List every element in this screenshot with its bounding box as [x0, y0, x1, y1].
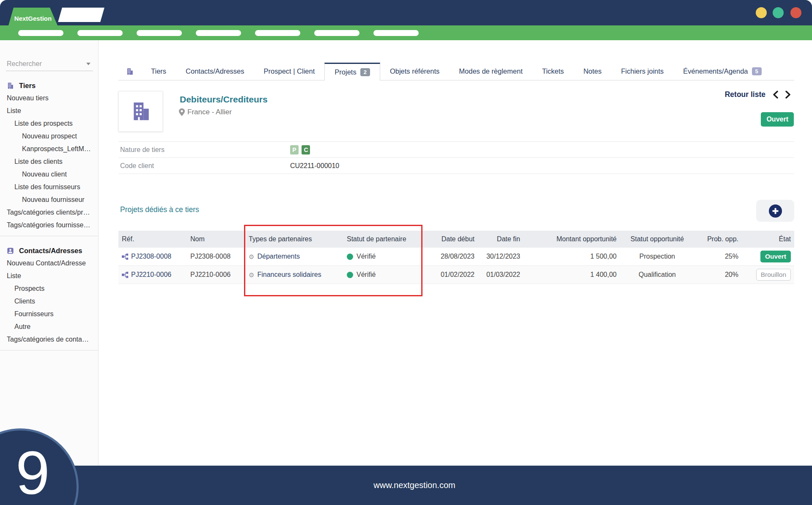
sidebar-item[interactable]: Autre [0, 320, 98, 333]
app-window: NextGestion Tier [0, 0, 812, 505]
column-header[interactable]: Nom [190, 235, 249, 243]
sidebar-item[interactable]: Liste des prospects [0, 117, 98, 130]
tab-bar: Tiers Contacts/Adresses Prospect | Clien… [118, 63, 794, 80]
chevron-left-icon [773, 91, 778, 99]
nature-badge-prospect[interactable]: P [290, 145, 299, 155]
opportunity-amount: 1 500,00 [524, 253, 621, 260]
tab-fichiers-joints[interactable]: Fichiers joints [611, 63, 673, 80]
plus-icon [769, 204, 782, 218]
table-row: PJ2210-0006 PJ2210-0006 ⚙ Financeurs sol… [118, 266, 794, 284]
window-dot-yellow-icon[interactable] [756, 7, 767, 18]
sidebar-divider [0, 350, 98, 350]
column-header[interactable]: Montant opportunité [524, 235, 621, 243]
column-header[interactable]: État [744, 235, 794, 243]
sidebar-section-tiers[interactable]: Tiers [0, 79, 98, 92]
sidebar-section-title: Contacts/Adresses [19, 247, 82, 255]
sidebar-item[interactable]: Kanprospects_LeftM… [0, 143, 98, 155]
sidebar-item[interactable]: Liste des clients [0, 155, 98, 168]
tab-tiers[interactable]: Tiers [141, 63, 176, 80]
sidebar-item[interactable]: Liste des fournisseurs [0, 181, 98, 193]
footer-bar: www.nextgestion.com [0, 466, 812, 505]
sidebar-item[interactable]: Liste [0, 105, 98, 117]
sidebar-item[interactable]: Tags/catégories de conta… [0, 333, 98, 346]
tab-thirdparty-icon[interactable] [118, 63, 141, 80]
tab-tickets[interactable]: Tickets [532, 63, 574, 80]
building-icon [130, 101, 151, 122]
search-input[interactable] [6, 60, 84, 68]
nav-pill[interactable] [77, 30, 123, 36]
company-location: France - Allier [179, 108, 232, 116]
tab-objets-referents[interactable]: Objets référents [380, 63, 449, 80]
partner-type-link[interactable]: Départements [257, 253, 300, 260]
nav-pill[interactable] [314, 30, 359, 36]
nav-pill[interactable] [18, 30, 63, 36]
page-number: 9 [16, 442, 50, 504]
sidebar-item[interactable]: Prospects [0, 282, 98, 295]
field-value-nature: P C [290, 145, 311, 155]
sidebar-item[interactable]: Tags/catégories fournisse… [0, 219, 98, 232]
tab-evenements-agenda[interactable]: Événements/Agenda 5 [673, 63, 771, 80]
project-name: PJ2308-0008 [190, 253, 249, 260]
building-icon [7, 82, 14, 89]
project-state-badge: Brouillon [756, 269, 791, 281]
sidebar-search [6, 57, 93, 71]
date-start: 28/08/2023 [423, 253, 478, 260]
add-project-button[interactable] [756, 200, 794, 222]
nav-pill[interactable] [255, 30, 300, 36]
column-header[interactable]: Types de partenaires [249, 235, 347, 243]
column-header[interactable]: Statut opportunité [621, 235, 694, 243]
tab-contacts-adresses[interactable]: Contacts/Adresses [176, 63, 254, 80]
column-header[interactable]: Date début [423, 235, 478, 243]
sidebar-item[interactable]: Nouveau fournisseur [0, 193, 98, 206]
sidebar-item[interactable]: Tags/catégories clients/pr… [0, 206, 98, 219]
sidebar-section-contacts[interactable]: Contacts/Adresses [0, 244, 98, 257]
sidebar-item[interactable]: Fournisseurs [0, 308, 98, 320]
project-ref-link[interactable]: PJ2308-0008 [131, 253, 171, 260]
window-dot-red-icon[interactable] [790, 7, 801, 18]
opportunity-amount: 1 400,00 [524, 271, 621, 279]
tab-projets[interactable]: Projets 2 [324, 63, 380, 80]
footer-url: www.nextgestion.com [373, 480, 455, 490]
return-list-link[interactable]: Retour liste [725, 90, 765, 99]
field-label: Code client [118, 162, 290, 170]
window-dot-teal-icon[interactable] [773, 7, 784, 18]
nature-badge-client[interactable]: C [302, 145, 310, 155]
column-header[interactable]: Statut de partenaire [347, 235, 423, 243]
header-decoration-slab [58, 8, 104, 22]
nav-pill[interactable] [373, 30, 419, 36]
previous-record-button[interactable] [773, 91, 778, 99]
sidebar-item[interactable]: Nouveau tiers [0, 92, 98, 105]
nav-pill[interactable] [196, 30, 241, 36]
sidebar-item[interactable]: Nouveau Contact/Adresse [0, 257, 98, 270]
partner-type-link[interactable]: Financeurs solidaires [257, 271, 321, 279]
main-content: Tiers Contacts/Adresses Prospect | Clien… [99, 40, 812, 466]
column-header[interactable]: Prob. opp. [694, 235, 744, 243]
verified-status-dot-icon [347, 272, 353, 278]
projects-table-header: Réf. Nom Types de partenaires Statut de … [118, 231, 794, 248]
field-value-code-client: CU2211-000010 [290, 162, 339, 170]
chevron-down-icon[interactable] [86, 63, 91, 65]
tab-modes-reglement[interactable]: Modes de règlement [449, 63, 532, 80]
opportunity-status: Prospection [621, 253, 694, 260]
location-pin-icon [179, 108, 185, 116]
tab-agenda-count-badge: 5 [752, 67, 762, 75]
project-ref-link[interactable]: PJ2210-0006 [131, 271, 171, 279]
column-header[interactable]: Réf. [118, 235, 190, 243]
brand-logo-text: NextGestion [14, 15, 52, 22]
tab-prospect-client[interactable]: Prospect | Client [254, 63, 325, 80]
brand-logo: NextGestion [8, 8, 58, 25]
sidebar-item[interactable]: Nouveau client [0, 168, 98, 181]
tab-notes[interactable]: Notes [573, 63, 611, 80]
opportunity-probability: 20% [694, 271, 744, 279]
next-record-button[interactable] [785, 91, 791, 99]
pagination-controls: Retour liste [725, 90, 791, 99]
project-icon [122, 272, 129, 278]
company-name: Debiteurs/Crediteurs [180, 94, 268, 105]
column-header[interactable]: Date fin [478, 235, 524, 243]
sidebar-item[interactable]: Clients [0, 295, 98, 308]
sidebar-item[interactable]: Nouveau prospect [0, 130, 98, 143]
thirdparty-fields: Nature de tiers P C Code client CU2211-0… [118, 141, 794, 174]
nav-pill[interactable] [137, 30, 182, 36]
sidebar-item[interactable]: Liste [0, 270, 98, 282]
opportunity-probability: 25% [694, 253, 744, 260]
